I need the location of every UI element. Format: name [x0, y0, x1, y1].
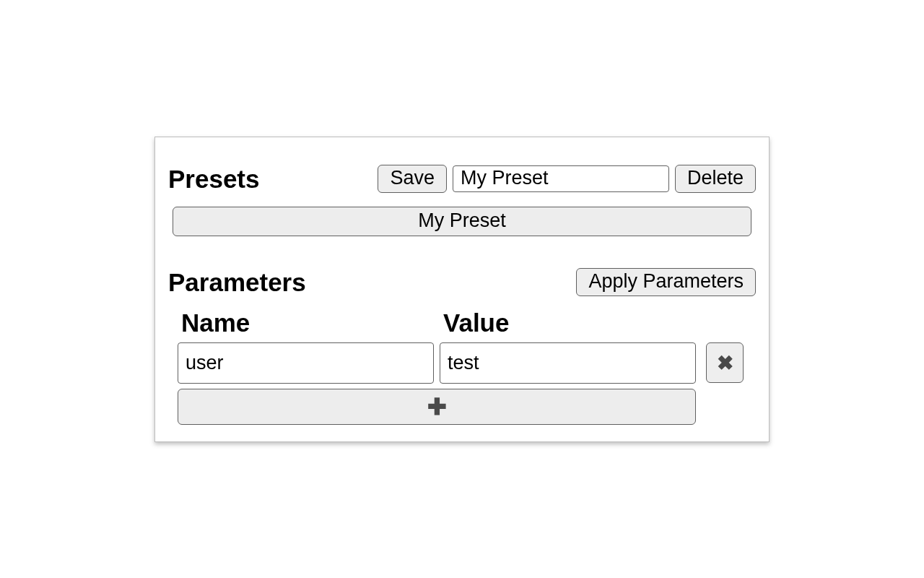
apply-parameters-button[interactable]: Apply Parameters [576, 268, 756, 296]
delete-button[interactable]: Delete [675, 165, 756, 192]
settings-panel: Presets Save Delete My Preset Parameters… [154, 137, 770, 442]
plus-icon: ✚ [427, 393, 447, 420]
parameters-header: Parameters Apply Parameters [168, 268, 756, 297]
param-name-input[interactable] [178, 342, 434, 384]
column-header-value: Value [439, 309, 697, 339]
table-row: ✖ [177, 342, 744, 384]
parameters-table: Name Value ✖ [173, 306, 749, 428]
column-header-name: Name [177, 309, 435, 339]
presets-controls: Save Delete [378, 165, 756, 192]
parameters-controls: Apply Parameters [576, 268, 756, 296]
presets-header: Presets Save Delete [168, 165, 756, 194]
param-value-input[interactable] [440, 342, 696, 384]
preset-name-input[interactable] [453, 165, 669, 192]
add-row-button[interactable]: ✚ [178, 389, 696, 425]
delete-row-button[interactable]: ✖ [706, 342, 744, 383]
parameters-title: Parameters [168, 268, 306, 297]
preset-list: My Preset [168, 207, 756, 236]
presets-title: Presets [168, 165, 259, 194]
close-icon: ✖ [717, 351, 733, 375]
save-button[interactable]: Save [378, 165, 447, 192]
preset-item[interactable]: My Preset [173, 207, 751, 236]
add-row: ✚ [177, 387, 744, 426]
